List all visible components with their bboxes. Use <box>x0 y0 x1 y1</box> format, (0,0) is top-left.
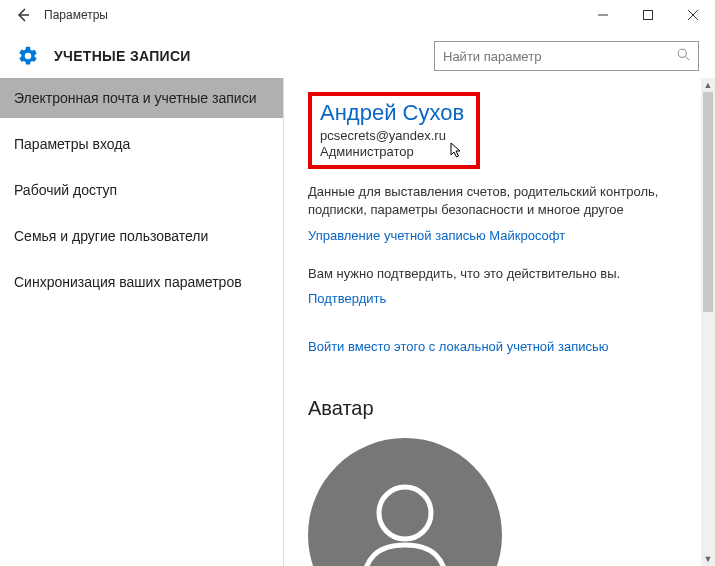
avatar <box>308 438 502 566</box>
page-title: УЧЕТНЫЕ ЗАПИСИ <box>54 48 191 64</box>
person-icon <box>350 475 460 566</box>
verify-link[interactable]: Подтвердить <box>308 291 386 306</box>
content-area: Андрей Сухов pcsecrets@yandex.ru Админис… <box>284 78 715 566</box>
svg-rect-2 <box>643 11 652 20</box>
scrollbar[interactable]: ▲ ▼ <box>701 78 715 566</box>
scroll-up-icon[interactable]: ▲ <box>701 78 715 92</box>
manage-account-link[interactable]: Управление учетной записью Майкрософт <box>308 228 565 243</box>
window-title: Параметры <box>44 8 108 22</box>
sidebar-item-signin-options[interactable]: Параметры входа <box>0 124 283 164</box>
scroll-down-icon[interactable]: ▼ <box>701 552 715 566</box>
svg-line-6 <box>686 57 690 61</box>
search-icon <box>677 48 690 64</box>
minimize-icon <box>598 10 608 20</box>
account-description: Данные для выставления счетов, родительс… <box>308 183 691 218</box>
maximize-icon <box>643 10 653 20</box>
search-box[interactable] <box>434 41 699 71</box>
account-highlight: Андрей Сухов pcsecrets@yandex.ru Админис… <box>308 92 480 169</box>
search-input[interactable] <box>443 49 673 64</box>
svg-point-7 <box>379 487 431 539</box>
local-account-link[interactable]: Войти вместо этого с локальной учетной з… <box>308 339 609 354</box>
scroll-thumb[interactable] <box>703 92 713 312</box>
window-controls <box>580 0 715 30</box>
maximize-button[interactable] <box>625 0 670 30</box>
account-name: Андрей Сухов <box>320 100 464 126</box>
avatar-section-title: Аватар <box>308 397 691 420</box>
titlebar: Параметры <box>0 0 715 30</box>
cursor-icon <box>450 142 464 160</box>
arrow-left-icon <box>15 7 31 23</box>
sidebar-item-work-access[interactable]: Рабочий доступ <box>0 170 283 210</box>
gear-icon <box>16 44 40 68</box>
close-button[interactable] <box>670 0 715 30</box>
sidebar-item-email-accounts[interactable]: Электронная почта и учетные записи <box>0 78 283 118</box>
back-button[interactable] <box>8 0 38 30</box>
account-email: pcsecrets@yandex.ru <box>320 128 464 143</box>
svg-point-5 <box>678 49 686 57</box>
verify-text: Вам нужно подтвердить, что это действите… <box>308 266 691 281</box>
sidebar: Электронная почта и учетные записи Парам… <box>0 78 284 566</box>
close-icon <box>688 10 698 20</box>
account-role: Администратор <box>320 144 464 159</box>
sidebar-item-family-users[interactable]: Семья и другие пользователи <box>0 216 283 256</box>
sidebar-item-sync-settings[interactable]: Синхронизация ваших параметров <box>0 262 283 302</box>
header: УЧЕТНЫЕ ЗАПИСИ <box>0 34 715 78</box>
minimize-button[interactable] <box>580 0 625 30</box>
